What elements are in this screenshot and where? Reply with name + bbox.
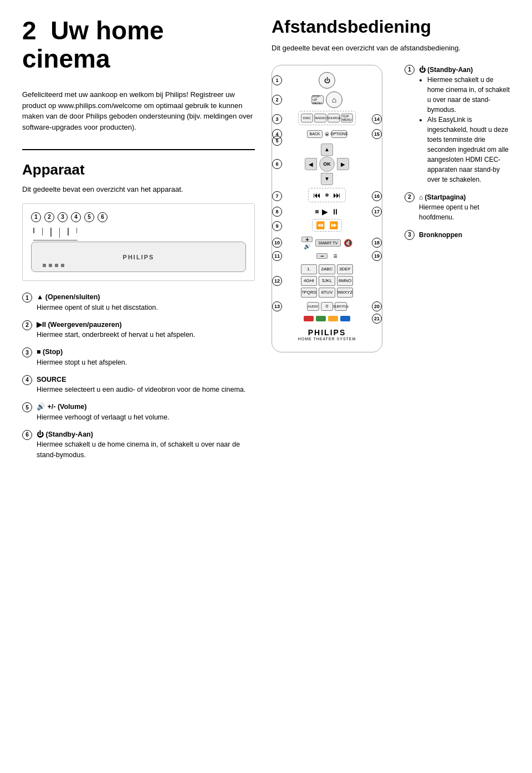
remote-label-6: 6: [272, 159, 282, 169]
num-4-btn[interactable]: 4GHI: [301, 276, 318, 286]
left-item-text-5: 🔊 +/- (Volume) Hiermee verhoogt of verla…: [37, 402, 170, 423]
left-item-5: 5 🔊 +/- (Volume) Hiermee verhoogt of ver…: [22, 402, 255, 423]
right-item-1: 1 ⏻ (Standby-Aan) Hiermee schakelt u de …: [405, 65, 510, 185]
pause-button[interactable]: ⏸: [331, 207, 339, 216]
forward-button[interactable]: ⏩: [329, 221, 338, 229]
remote-row-2: 2 POP-UPMENU ⌂: [278, 91, 376, 108]
left-item-num-5: 5: [22, 402, 32, 412]
left-item-1: 1 ▲ (Openen/sluiten) Hiermee opent of sl…: [22, 292, 255, 313]
right-item-num-1: 1: [405, 65, 415, 75]
remote-row-8: 8 17 ▶ ⏸: [278, 207, 376, 216]
subtitle-button[interactable]: SUBTITLE: [335, 302, 347, 311]
popup-menu-button[interactable]: POP-UPMENU: [311, 95, 324, 104]
device-num-5: 5: [84, 212, 94, 222]
home-button[interactable]: ⌂: [326, 91, 342, 108]
remote-brand-name: PHILIPS: [278, 328, 376, 337]
apparaat-title: Apparaat: [22, 161, 255, 178]
green-button[interactable]: [316, 316, 326, 321]
nav-cross: ▲ ▼ ◀ ▶ OK: [305, 144, 349, 185]
prev-button[interactable]: ⏮: [313, 191, 321, 199]
num-1-btn[interactable]: 1.: [301, 264, 318, 274]
left-item-text-4: SOURCE Hiermee selecteert u een audio- o…: [37, 375, 245, 396]
right-item-3: 3 Bronknoppen: [405, 230, 510, 240]
bullet-1-2: Als EasyLink is ingeschakeld, houdt u de…: [427, 115, 510, 185]
remote-row-13: 13 20 AUDIO 0 SUBTITLE: [278, 302, 376, 311]
left-item-num-4: 4: [22, 375, 32, 385]
red-button[interactable]: [304, 316, 314, 321]
right-item-text-2: ⌂ (Startpagina) Hiermee opent u het hoof…: [419, 192, 510, 222]
right-item-text-3: Bronknoppen: [419, 230, 462, 240]
remote-color-row: 21: [278, 314, 376, 324]
bullet-1-1: Hiermee schakelt u de home cinema in, of…: [427, 75, 510, 115]
nav-down-btn[interactable]: ▼: [321, 173, 333, 185]
device-num-3: 3: [58, 212, 68, 222]
num-9-btn[interactable]: 9WXYZ: [337, 288, 354, 298]
right-item-bullets-1: Hiermee schakelt u de home cinema in, of…: [427, 75, 510, 185]
stop-icon: [315, 210, 319, 213]
right-item-desc-2: Hiermee opent u het hoofdmenu.: [419, 203, 479, 221]
remote-label-20: 20: [372, 301, 382, 311]
left-item-title-2: ▶II (Weergeven/pauzeren): [37, 321, 122, 329]
left-items-list: 1 ▲ (Openen/sluiten) Hiermee opent of sl…: [22, 292, 255, 460]
section-divider: [22, 149, 255, 150]
left-item-title-5: 🔊 +/- (Volume): [37, 403, 86, 411]
vol-plus-btn[interactable]: +: [301, 237, 313, 242]
power-button[interactable]: ⏻: [319, 72, 335, 89]
nav-left-btn[interactable]: ◀: [305, 158, 317, 170]
num-7-btn[interactable]: 7PQRS: [301, 288, 318, 298]
play-button[interactable]: ▶: [322, 207, 328, 216]
left-item-desc-3: Hiermee stopt u het afspelen.: [37, 359, 127, 366]
left-item-text-1: ▲ (Openen/sluiten) Hiermee opent of slui…: [37, 292, 158, 313]
left-item-6: 6 ⏻ (Standby-Aan) Hiermee schakelt u de …: [22, 429, 255, 460]
yellow-button[interactable]: [328, 316, 338, 321]
remote-row-3: 3 14 DISC RADIO SOURCE TOPMENU: [278, 111, 376, 127]
audio-button[interactable]: AUDIO: [307, 302, 319, 311]
right-item-title-3: Bronknoppen: [419, 231, 462, 239]
smart-tv-button[interactable]: SMART TV: [315, 239, 340, 247]
vol-minus-btn[interactable]: −: [316, 253, 328, 259]
remote-row-6: 6 ▲ ▼ ◀ ▶ OK: [278, 144, 376, 185]
settings-icon: ≡: [333, 252, 337, 260]
remote-label-18: 18: [372, 238, 382, 248]
next-button[interactable]: ⏭: [333, 191, 341, 199]
blue-button[interactable]: [340, 316, 350, 321]
remote-label-11: 11: [272, 251, 282, 261]
radio-button[interactable]: RADIO: [314, 114, 326, 122]
num-8-btn[interactable]: 8TUV: [319, 288, 335, 298]
nav-right-btn[interactable]: ▶: [337, 158, 349, 170]
remote-row-12: 12 1. 2ABC 3DEF 4GHI 5JKL 6MNO 7PQRS 8TU…: [278, 263, 376, 299]
disc-button[interactable]: DISC: [301, 114, 313, 122]
num-0-btn[interactable]: 0: [321, 302, 333, 311]
remote-row-4: 4 15 BACK ▲ OPTIONS: [278, 130, 376, 138]
left-item-desc-1: Hiermee opent of sluit u het discstation…: [37, 304, 158, 311]
remote-wrapper: 1 ⏻ 2 POP-UPMENU ⌂: [272, 65, 393, 352]
mute-button[interactable]: 🔇: [344, 239, 352, 247]
remote-label-16: 16: [372, 191, 382, 201]
device-num-4: 4: [71, 212, 81, 222]
num-3-btn[interactable]: 3DEF: [337, 264, 354, 274]
left-item-title-6: ⏻ (Standby-Aan): [37, 431, 93, 438]
num-5-btn[interactable]: 5JKL: [319, 276, 335, 286]
right-item-text-1: ⏻ (Standby-Aan) Hiermee schakelt u de ho…: [419, 65, 510, 185]
right-item-title-1: ⏻ (Standby-Aan): [419, 66, 473, 74]
nav-up-btn[interactable]: ▲: [321, 144, 333, 156]
remote-row-11: 11 19 − ≡: [278, 252, 376, 260]
rewind-button[interactable]: ⏪: [316, 221, 325, 229]
num-2-btn[interactable]: 2ABC: [319, 264, 335, 274]
remote-control: 1 ⏻ 2 POP-UPMENU ⌂: [272, 65, 382, 352]
ok-button[interactable]: OK: [319, 156, 335, 172]
right-column: Afstandsbediening Dit gedeelte bevat een…: [272, 17, 510, 756]
device-diagram: 1 2 3 4 5 6: [22, 203, 255, 281]
remote-row-10: 10 18 + 🔊 SMART TV 🔇: [278, 237, 376, 249]
remote-label-15: 15: [372, 129, 382, 139]
right-item-num-3: 3: [405, 230, 415, 240]
num-6-btn[interactable]: 6MNO: [337, 276, 354, 286]
remote-row-1: 1 ⏻: [278, 72, 376, 89]
left-item-desc-4: Hiermee selecteert u een audio- of video…: [37, 386, 245, 393]
options-button[interactable]: OPTIONS: [331, 130, 347, 138]
remote-label-14: 14: [372, 114, 382, 124]
top-menu-button[interactable]: TOPMENU: [341, 114, 353, 122]
remote-container: 1 ⏻ 2 POP-UPMENU ⌂: [272, 65, 510, 352]
source-button[interactable]: SOURCE: [328, 114, 340, 122]
back-button[interactable]: BACK: [307, 130, 323, 138]
